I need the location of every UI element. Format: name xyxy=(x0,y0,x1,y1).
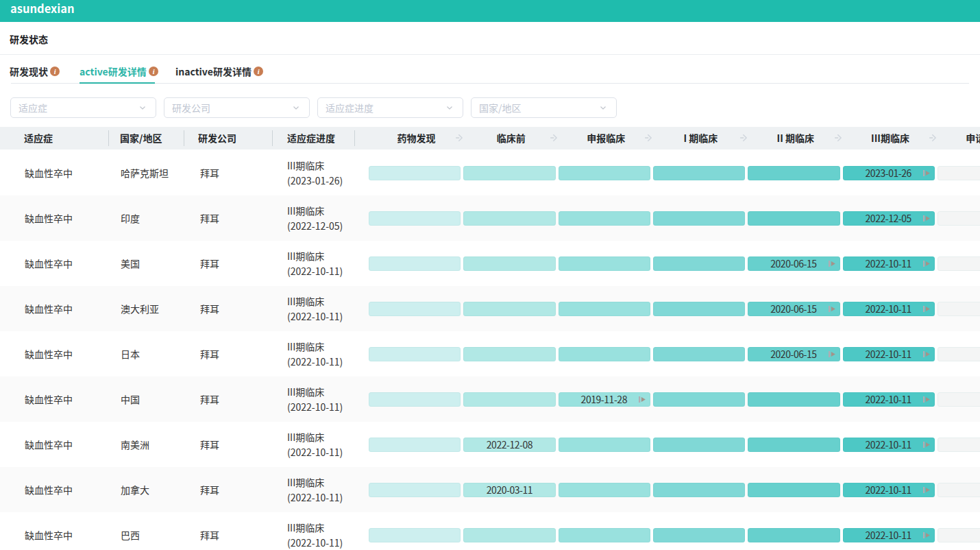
svg-text:i: i xyxy=(258,68,260,75)
svg-text:i: i xyxy=(54,68,56,75)
svg-text:i: i xyxy=(152,68,154,75)
